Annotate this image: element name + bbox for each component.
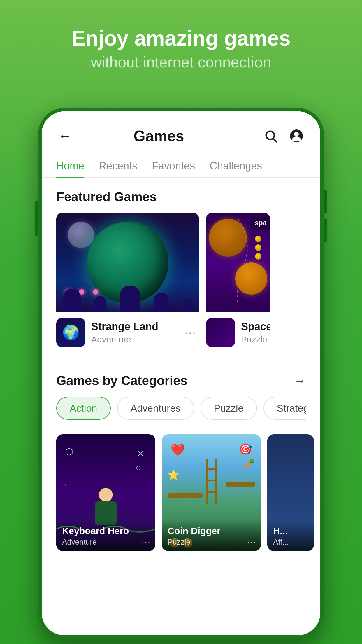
- hero-section: Enjoy amazing games without internet con…: [0, 0, 362, 83]
- space-small-thumb: [206, 318, 235, 347]
- search-icon: [264, 129, 278, 143]
- featured-scroll: 🌍 Strange Land Adventure ···: [56, 213, 306, 356]
- cd-ladder: [206, 459, 217, 506]
- strange-land-icon: 🌍: [62, 324, 80, 341]
- phone-shell: ← Games: [38, 108, 324, 639]
- float-icon-1: ⬡: [65, 446, 73, 457]
- char-head: [98, 487, 114, 503]
- categories-header: Games by Categories →: [56, 373, 306, 388]
- vol-down-button[interactable]: [324, 219, 327, 242]
- hero-title: Enjoy amazing games: [0, 26, 362, 50]
- category-adventures[interactable]: Adventures: [117, 397, 194, 420]
- vol-up-button[interactable]: [324, 190, 327, 213]
- featured-header: Featured Games: [56, 190, 306, 204]
- rock-landscape: [56, 283, 199, 312]
- coin-digger-thumbnail: ❤️ 🎯 🥕 ⭐: [162, 434, 261, 551]
- tab-challenges[interactable]: Challenges: [210, 154, 262, 177]
- coin-digger-more-button[interactable]: ···: [247, 537, 256, 547]
- space-info: Space Puzzle: [206, 312, 270, 353]
- coin-2: [255, 244, 261, 251]
- account-button[interactable]: [287, 127, 306, 145]
- space-details: Space Puzzle: [241, 321, 270, 344]
- keyboard-hero-name: Keyboard Hero: [62, 525, 150, 536]
- phone-screen: ← Games: [42, 111, 320, 635]
- cd-carrot-icon: 🥕: [243, 458, 255, 469]
- moon-decoration: [68, 222, 94, 248]
- featured-card-space[interactable]: spa Space Puzzle: [206, 213, 270, 353]
- hero-character: [95, 487, 117, 525]
- strange-land-category: Adventure: [91, 335, 176, 344]
- third-game-name: H...: [273, 525, 308, 536]
- space-planet-2: [235, 262, 267, 295]
- scroll-content: Featured Games: [42, 178, 320, 635]
- category-puzzle[interactable]: Puzzle: [201, 397, 257, 420]
- strange-land-small-art: 🌍: [56, 318, 85, 347]
- rock-1: [63, 289, 81, 312]
- game-card-coin-digger[interactable]: ❤️ 🎯 🥕 ⭐: [162, 434, 261, 551]
- keyboard-hero-more-button[interactable]: ···: [142, 537, 151, 547]
- space-small-art: [206, 318, 235, 347]
- third-game-overlay: H... Aff...: [267, 519, 314, 551]
- space-category: Puzzle: [241, 335, 270, 344]
- coin-1: [255, 236, 261, 242]
- cd-platform-1: [168, 493, 203, 498]
- cd-platform-2: [226, 482, 255, 487]
- coin-digger-overlay: Coin Digger Puzzle: [162, 519, 261, 551]
- strange-land-more-button[interactable]: ···: [182, 326, 199, 339]
- svg-line-1: [273, 139, 277, 142]
- strange-land-art: [56, 213, 199, 312]
- float-icon-3: ◇: [136, 463, 141, 472]
- strange-land-thumbnail: [56, 213, 199, 312]
- cd-rung-1: [206, 468, 217, 470]
- cd-star-icon: ⭐: [168, 469, 179, 480]
- category-strategy[interactable]: Strategy: [263, 397, 306, 420]
- tab-favorites[interactable]: Favorites: [152, 154, 195, 177]
- cd-rung-3: [206, 491, 217, 493]
- keyboard-hero-overlay: Keyboard Hero Adventure: [56, 519, 155, 551]
- coin-digger-category: Puzzle: [168, 538, 255, 547]
- cd-heart-top: ❤️: [171, 443, 185, 457]
- search-button[interactable]: [261, 127, 280, 145]
- space-thumbnail: spa: [206, 213, 270, 312]
- rock-4: [154, 293, 168, 312]
- cd-rung-2: [206, 480, 217, 481]
- coin-3: [255, 253, 261, 260]
- categories-section: Games by Categories → Action Adventures …: [42, 362, 320, 428]
- keyboard-hero-category: Adventure: [62, 538, 150, 547]
- space-label: spa: [251, 217, 270, 229]
- account-icon: [289, 129, 303, 143]
- power-button[interactable]: [35, 201, 38, 236]
- page-title: Games: [56, 127, 261, 145]
- rock-2: [94, 296, 106, 312]
- float-icon-4: ○: [62, 481, 66, 489]
- svg-point-3: [294, 132, 299, 136]
- float-icon-2: ✕: [137, 449, 144, 459]
- strange-land-small-thumb: 🌍: [56, 318, 85, 347]
- featured-section: Featured Games: [42, 178, 320, 362]
- rock-3: [120, 286, 140, 312]
- category-games-row: ⬡ ✕ ◇ ○: [42, 428, 320, 560]
- categories-pills: Action Adventures Puzzle Strategy: [56, 397, 306, 423]
- game-card-third[interactable]: H... Aff...: [267, 434, 314, 551]
- third-game-category: Aff...: [273, 538, 308, 547]
- hero-subtitle: without internet connection: [0, 53, 362, 71]
- navigation-tabs: Home Recents Favorites Challenges: [42, 154, 320, 178]
- featured-card-strange-land[interactable]: 🌍 Strange Land Adventure ···: [56, 213, 199, 353]
- tab-home[interactable]: Home: [56, 154, 84, 177]
- cd-ball-icon: 🎯: [239, 443, 252, 455]
- header-icons: [261, 127, 306, 145]
- space-name: Space: [241, 321, 270, 333]
- app-content: ← Games: [42, 111, 320, 635]
- categories-title: Games by Categories: [56, 373, 187, 388]
- game-card-keyboard-hero[interactable]: ⬡ ✕ ◇ ○: [56, 434, 155, 551]
- space-coins: [255, 236, 261, 260]
- keyboard-hero-thumbnail: ⬡ ✕ ◇ ○: [56, 434, 155, 551]
- tab-recents[interactable]: Recents: [99, 154, 137, 177]
- featured-title: Featured Games: [56, 190, 157, 204]
- categories-arrow[interactable]: →: [294, 374, 306, 387]
- coin-digger-name: Coin Digger: [168, 525, 255, 536]
- strange-land-name: Strange Land: [91, 321, 176, 333]
- rock-5: [182, 299, 192, 312]
- category-action[interactable]: Action: [56, 397, 111, 420]
- header: ← Games: [42, 111, 320, 154]
